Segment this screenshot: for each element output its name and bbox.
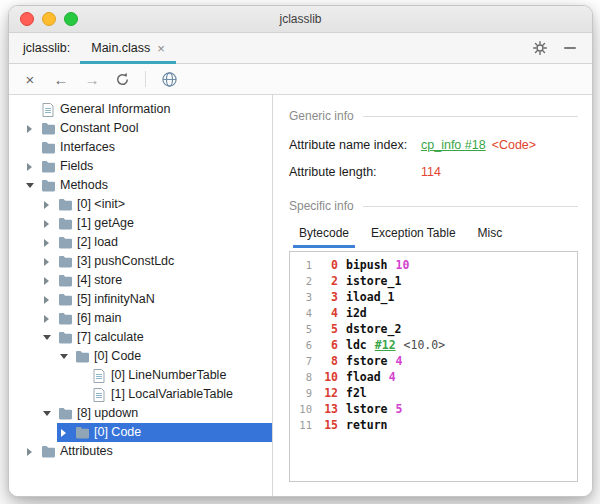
hide-panel-icon[interactable] — [564, 47, 576, 49]
tree-item-body[interactable]: [1] getAge — [40, 214, 272, 233]
tree-item[interactable]: Interfaces — [9, 138, 272, 157]
opcode: fstore — [346, 353, 388, 369]
opcode: i2d — [346, 305, 367, 321]
constant-pool-link[interactable]: #12 — [375, 337, 396, 353]
chevron-right-icon[interactable] — [23, 163, 36, 171]
folder-icon — [74, 350, 90, 363]
folder-icon — [40, 160, 56, 173]
folder-icon — [40, 179, 56, 192]
tree-item-label: Methods — [60, 176, 108, 195]
tree-item[interactable]: [8] updown — [9, 404, 272, 423]
tree-item[interactable]: [0] Code — [9, 423, 272, 442]
tree-item-body[interactable]: Methods — [23, 176, 272, 195]
forward-icon[interactable]: → — [84, 72, 100, 87]
line-number: 10 — [292, 401, 312, 417]
tree-indent — [9, 233, 40, 252]
tab-main-class[interactable]: Main.class × — [80, 33, 176, 63]
tree-item[interactable]: [6] main — [9, 309, 272, 328]
close-file-icon[interactable]: × — [22, 72, 38, 87]
tree-item-label: [3] pushConstLdc — [77, 252, 174, 271]
tree-item-body[interactable]: [0] <init> — [40, 195, 272, 214]
tree-item-body[interactable]: Fields — [23, 157, 272, 176]
generic-info-title: Generic info — [289, 109, 354, 123]
gear-icon[interactable] — [532, 40, 548, 56]
chevron-right-icon[interactable] — [23, 448, 36, 456]
tree-item-body[interactable]: Attributes — [23, 442, 272, 461]
detail-panel: Generic info Attribute name index: cp_in… — [273, 95, 592, 496]
chevron-right-icon[interactable] — [40, 239, 53, 247]
line-number: 8 — [292, 369, 312, 385]
tree-item-selected[interactable]: [0] Code — [57, 423, 272, 442]
tree-item-body[interactable]: [1] LocalVariableTable — [74, 385, 272, 404]
tree-item[interactable]: [1] LocalVariableTable — [9, 385, 272, 404]
constant-pool-ref-link[interactable]: cp_info #18 — [421, 138, 486, 152]
folder-icon — [57, 312, 73, 325]
web-icon[interactable] — [161, 71, 178, 88]
chevron-down-icon[interactable] — [40, 411, 53, 416]
tree-item[interactable]: Attributes — [9, 442, 272, 461]
operand-value: 4 — [396, 353, 403, 369]
tree-item-body[interactable]: Interfaces — [23, 138, 272, 157]
tree-item[interactable]: [0] LineNumberTable — [9, 366, 272, 385]
tree-item-body[interactable]: Constant Pool — [23, 119, 272, 138]
tree-item-label: [7] calculate — [77, 328, 144, 347]
chevron-right-icon[interactable] — [40, 277, 53, 285]
refresh-icon[interactable] — [115, 72, 130, 87]
line-number: 2 — [292, 273, 312, 289]
zoom-window-button[interactable] — [64, 12, 78, 26]
tree-indent — [9, 423, 57, 442]
back-icon[interactable]: ← — [53, 72, 69, 87]
tree-item[interactable]: [7] calculate — [9, 328, 272, 347]
tree-item-body[interactable]: [6] main — [40, 309, 272, 328]
close-window-button[interactable] — [20, 12, 34, 26]
tree-item-body[interactable]: [0] Code — [57, 347, 272, 366]
tree-item-body[interactable]: [8] updown — [40, 404, 272, 423]
chevron-right-icon[interactable] — [40, 220, 53, 228]
chevron-right-icon[interactable] — [23, 125, 36, 133]
tree-item[interactable]: General Information — [9, 100, 272, 119]
detail-tab-exception-table[interactable]: Exception Table — [361, 219, 466, 248]
detail-tab-misc[interactable]: Misc — [468, 219, 513, 248]
tree-item-body[interactable]: [3] pushConstLdc — [40, 252, 272, 271]
tree-item-body[interactable]: [0] LineNumberTable — [74, 366, 272, 385]
bytecode-line: 1115return — [292, 417, 577, 433]
minimize-window-button[interactable] — [42, 12, 56, 26]
tree-indent — [9, 309, 40, 328]
tree-item[interactable]: [0] <init> — [9, 195, 272, 214]
tree-item[interactable]: Methods — [9, 176, 272, 195]
chevron-right-icon[interactable] — [40, 296, 53, 304]
tab-close-icon[interactable]: × — [157, 42, 165, 55]
tree-item[interactable]: [5] infinityNaN — [9, 290, 272, 309]
tree-item[interactable]: [1] getAge — [9, 214, 272, 233]
chevron-down-icon[interactable] — [23, 183, 36, 188]
tree-item-label: [6] main — [77, 309, 121, 328]
tree-item-body[interactable]: [2] load — [40, 233, 272, 252]
chevron-right-icon[interactable] — [40, 315, 53, 323]
opcode: dstore_2 — [346, 321, 401, 337]
tree-item[interactable]: [2] load — [9, 233, 272, 252]
tree-item[interactable]: Fields — [9, 157, 272, 176]
tree-item-body[interactable]: [5] infinityNaN — [40, 290, 272, 309]
chevron-right-icon[interactable] — [40, 201, 53, 209]
bytecode-offset: 12 — [312, 385, 338, 401]
tree-item[interactable]: [0] Code — [9, 347, 272, 366]
class-structure-tree: General InformationConstant PoolInterfac… — [9, 95, 273, 496]
chevron-down-icon[interactable] — [57, 354, 70, 359]
tree-item-body[interactable]: General Information — [23, 100, 272, 119]
bytecode-offset: 3 — [312, 289, 338, 305]
tree-item-body[interactable]: [4] store — [40, 271, 272, 290]
chevron-down-icon[interactable] — [40, 335, 53, 340]
tree-item-label: Fields — [60, 157, 93, 176]
tree-item-label: General Information — [60, 100, 170, 119]
chevron-right-icon[interactable] — [40, 258, 53, 266]
chevron-right-icon[interactable] — [57, 429, 70, 437]
detail-tab-bytecode[interactable]: Bytecode — [289, 219, 359, 248]
tree-item[interactable]: Constant Pool — [9, 119, 272, 138]
tree-item[interactable]: [3] pushConstLdc — [9, 252, 272, 271]
tree-item[interactable]: [4] store — [9, 271, 272, 290]
line-number: 6 — [292, 337, 312, 353]
tree-item-body[interactable]: [7] calculate — [40, 328, 272, 347]
tree-item-label: [8] updown — [77, 404, 138, 423]
line-number: 7 — [292, 353, 312, 369]
toolbar: × ← → — [9, 64, 592, 95]
